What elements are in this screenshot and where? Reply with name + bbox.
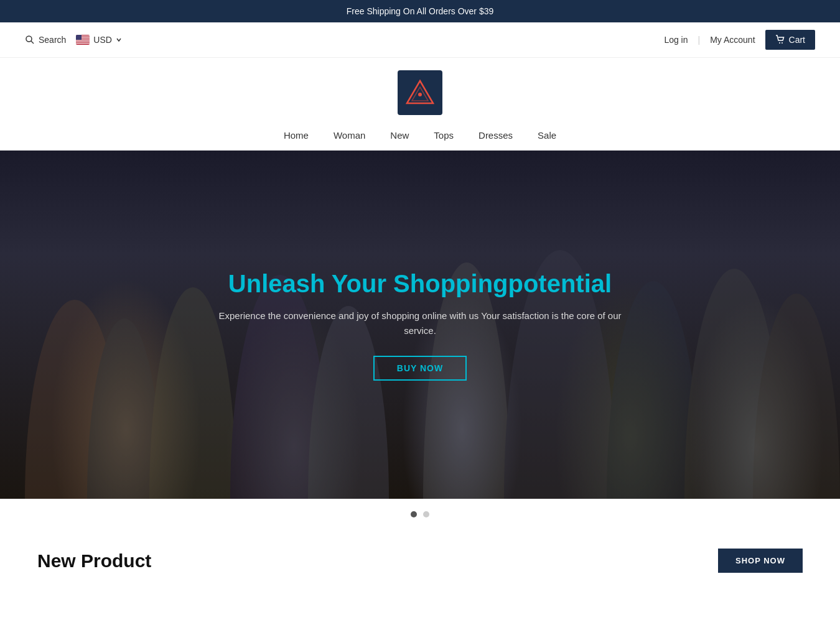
- login-link[interactable]: Log in: [664, 35, 688, 45]
- buy-now-button[interactable]: BUY NOW: [373, 356, 467, 381]
- hero-section: Unleash Your Shoppingpotential Experienc…: [0, 151, 840, 499]
- svg-point-0: [26, 36, 32, 42]
- nav-sale[interactable]: Sale: [538, 130, 556, 141]
- main-nav: Home Woman New Tops Dresses Sale: [0, 121, 840, 151]
- search-button[interactable]: Search: [25, 35, 66, 45]
- search-icon: [25, 35, 35, 45]
- slide-indicators: [0, 499, 840, 530]
- announcement-bar: Free Shipping On All Orders Over $39: [0, 0, 840, 22]
- shop-now-button[interactable]: SHOP NOW: [718, 549, 803, 573]
- svg-line-1: [31, 41, 34, 44]
- new-product-section: New Product SHOP NOW: [0, 530, 840, 585]
- slide-dot-1[interactable]: [411, 511, 417, 517]
- svg-rect-7: [76, 42, 90, 42]
- chevron-down-icon: [116, 37, 122, 43]
- search-label: Search: [39, 35, 66, 45]
- cart-button[interactable]: Cart: [765, 30, 815, 50]
- currency-label: USD: [93, 35, 112, 45]
- hero-title: Unleash Your Shoppingpotential: [202, 269, 638, 299]
- nav-new[interactable]: New: [390, 130, 409, 141]
- logo-icon: [404, 77, 436, 108]
- new-product-title: New Product: [37, 550, 151, 572]
- svg-rect-8: [76, 43, 90, 44]
- nav-dresses[interactable]: Dresses: [478, 130, 513, 141]
- logo-area: [0, 58, 840, 121]
- svg-point-14: [418, 93, 422, 96]
- logo[interactable]: [398, 70, 442, 115]
- currency-selector[interactable]: USD: [76, 35, 122, 45]
- header-left: Search USD: [25, 35, 122, 45]
- nav-tops[interactable]: Tops: [434, 130, 454, 141]
- cart-label: Cart: [789, 35, 805, 45]
- account-link[interactable]: My Account: [710, 35, 755, 45]
- header-right: Log in | My Account Cart: [664, 30, 815, 50]
- svg-marker-12: [407, 81, 433, 103]
- announcement-text: Free Shipping On All Orders Over $39: [347, 6, 494, 16]
- hero-subtitle: Experience the convenience and joy of sh…: [202, 308, 638, 338]
- hero-overlay: Unleash Your Shoppingpotential Experienc…: [202, 269, 638, 381]
- nav-home[interactable]: Home: [284, 130, 309, 141]
- svg-point-11: [782, 42, 783, 44]
- header-separator: |: [698, 35, 701, 45]
- svg-rect-9: [76, 35, 82, 40]
- slide-dot-2[interactable]: [423, 511, 429, 517]
- header: Search USD Log in: [0, 22, 840, 58]
- svg-point-10: [779, 42, 780, 44]
- nav-woman[interactable]: Woman: [334, 130, 365, 141]
- svg-rect-6: [76, 40, 90, 40]
- flag-icon: [76, 35, 90, 45]
- cart-icon: [775, 35, 785, 45]
